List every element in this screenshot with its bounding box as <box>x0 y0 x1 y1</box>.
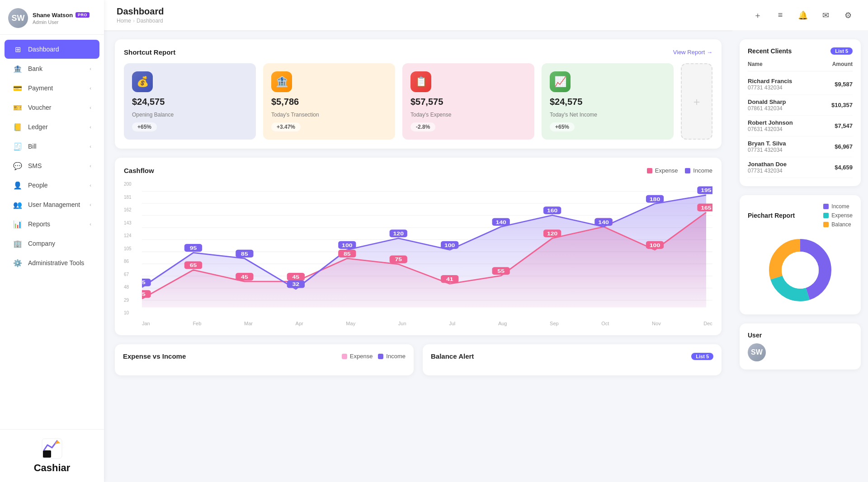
x-axis-label: Jun <box>398 321 406 326</box>
svg-text:85: 85 <box>344 251 351 257</box>
x-axis-label: Feb <box>193 321 201 326</box>
todays-net-income-badge: +65% <box>550 122 575 131</box>
svg-text:100: 100 <box>342 243 352 248</box>
nav-label-ledger: Ledger <box>28 123 90 131</box>
pro-badge: PRO <box>75 12 90 18</box>
recent-clients-card: Recent Clients List 5 Name Amount Richar… <box>740 39 861 186</box>
chevron-icon-people: ‹ <box>90 183 91 188</box>
svg-text:75: 75 <box>395 257 402 262</box>
svg-text:41: 41 <box>446 276 453 282</box>
header-actions: ＋ ≡ 🔔 ✉ ⚙ <box>750 8 855 23</box>
evi-legend-expense: Expense <box>342 353 373 360</box>
piechart-header: Piechart Report IncomeExpenseBalance <box>748 203 853 228</box>
menu-icon[interactable]: ≡ <box>773 8 788 23</box>
sidebar-item-dashboard[interactable]: ⊞ Dashboard <box>5 40 99 59</box>
user-avatar: SW <box>748 343 766 361</box>
client-name: Richard Francis07731 432034 <box>748 78 792 91</box>
todays-expense-amount: $57,575 <box>410 97 526 107</box>
add-card-icon: ＋ <box>691 94 702 109</box>
sidebar-item-ledger[interactable]: 📒 Ledger ‹ <box>5 117 99 136</box>
y-axis-label: 143 <box>124 220 132 225</box>
opening-balance-badge: +65% <box>132 122 157 131</box>
balance-alert-badge: List 5 <box>691 353 713 360</box>
opening-balance-icon: 💰 <box>132 71 153 92</box>
expense-vs-income-card: Expense vs Income ExpenseIncome <box>115 344 414 375</box>
x-axis-label: Sep <box>550 321 559 326</box>
pc-dot-balance <box>823 222 829 227</box>
svg-point-65 <box>782 252 819 289</box>
balance-alert-card: Balance Alert List 5 <box>423 344 722 375</box>
chevron-icon-ledger: ‹ <box>90 124 91 130</box>
todays-transaction-amount: $5,786 <box>271 97 387 107</box>
nav-icon-user-management: 👥 <box>13 200 23 210</box>
x-axis-label: Apr <box>296 321 303 326</box>
legend-dot-income <box>685 168 690 173</box>
shortcut-card-todays-net-income: 📈 $24,575 Today's Net Income +65% <box>542 63 674 140</box>
svg-text:55: 55 <box>497 269 505 274</box>
svg-text:32: 32 <box>292 282 300 287</box>
cashflow-card: Cashflow ExpenseIncome 20018116214312410… <box>115 158 722 335</box>
client-name: Robert Johnson07631 432034 <box>748 119 793 132</box>
x-axis-label: Oct <box>601 321 609 326</box>
mail-icon[interactable]: ✉ <box>818 8 833 23</box>
svg-text:100: 100 <box>444 243 455 248</box>
client-row: Bryan T. Silva07731 432034 $6,967 <box>748 136 853 157</box>
user-title: User <box>748 332 853 339</box>
view-report-link[interactable]: View Report → <box>673 49 712 56</box>
user-profile: SW Shane Watson PRO Admin User <box>0 0 104 35</box>
nav-label-voucher: Voucher <box>28 104 90 111</box>
evi-legend-income: Income <box>378 353 406 360</box>
donut-svg <box>764 234 836 306</box>
sidebar-item-reports[interactable]: 📊 Reports ‹ <box>5 215 99 234</box>
svg-text:65: 65 <box>190 263 197 268</box>
todays-net-income-icon: 📈 <box>550 71 571 92</box>
piechart-title: Piechart Report <box>748 212 795 219</box>
notification-icon[interactable]: 🔔 <box>796 8 810 23</box>
sidebar-nav: ⊞ Dashboard 🏦 Bank ‹ 💳 Payment ‹ 🎫 Vouch… <box>0 35 104 429</box>
pc-dot-income <box>823 204 829 209</box>
sidebar-item-voucher[interactable]: 🎫 Voucher ‹ <box>5 98 99 117</box>
sidebar: SW Shane Watson PRO Admin User ⊞ Dashboa… <box>0 0 104 482</box>
header: Dashboard Home › Dashboard ＋ ≡ 🔔 ✉ ⚙ <box>104 0 868 30</box>
x-axis-label: Jan <box>142 321 150 326</box>
add-icon[interactable]: ＋ <box>750 8 765 23</box>
breadcrumb-home[interactable]: Home <box>117 18 131 24</box>
sidebar-item-company[interactable]: 🏢 Company <box>5 234 99 253</box>
shortcut-card-opening-balance: 💰 $24,575 Opening Balance +65% <box>124 63 256 140</box>
sidebar-item-administrative-tools[interactable]: ⚙️ Administrative Tools <box>5 253 99 272</box>
todays-net-income-label: Today's Net Income <box>550 112 665 118</box>
cashflow-header: Cashflow ExpenseIncome <box>124 167 712 174</box>
bottom-row: Expense vs Income ExpenseIncome Balance … <box>115 344 722 375</box>
svg-text:35: 35 <box>138 280 146 285</box>
sidebar-item-payment[interactable]: 💳 Payment ‹ <box>5 79 99 98</box>
legend-dot-expense <box>647 168 652 173</box>
main-area: Dashboard Home › Dashboard ＋ ≡ 🔔 ✉ ⚙ Sho… <box>104 0 868 482</box>
sidebar-item-sms[interactable]: 💬 SMS ‹ <box>5 156 99 175</box>
donut-chart <box>748 234 853 306</box>
pc-dot-expense <box>823 213 829 218</box>
sidebar-item-bank[interactable]: 🏦 Bank ‹ <box>5 59 99 78</box>
svg-text:45: 45 <box>292 274 300 280</box>
sidebar-item-user-management[interactable]: 👥 User Management ‹ <box>5 195 99 214</box>
breadcrumb-separator: › <box>133 18 135 24</box>
profile-info: Shane Watson PRO Admin User <box>33 12 90 25</box>
cashflow-legend: ExpenseIncome <box>647 167 712 174</box>
sidebar-item-people[interactable]: 👤 People ‹ <box>5 176 99 195</box>
client-name: Jonathan Doe07731 432034 <box>748 161 787 174</box>
profile-role: Admin User <box>33 19 90 25</box>
chevron-icon-user-management: ‹ <box>90 202 91 207</box>
x-axis-label: Jul <box>449 321 455 326</box>
todays-transaction-label: Today's Transection <box>271 112 387 118</box>
expense-vs-income-title: Expense vs Income <box>123 352 186 360</box>
shortcut-card-todays-transaction: 🏦 $5,786 Today's Transection +3.47% <box>263 63 395 140</box>
svg-text:95: 95 <box>190 246 197 251</box>
client-row: Richard Francis07731 432034 $9,587 <box>748 74 853 95</box>
opening-balance-amount: $24,575 <box>132 97 248 107</box>
settings-icon[interactable]: ⚙ <box>841 8 855 23</box>
recent-clients-badge: List 5 <box>830 47 853 55</box>
y-axis-label: 200 <box>124 182 132 187</box>
svg-text:85: 85 <box>241 251 248 257</box>
cashflow-chart: 2001811621431241058667482910 <box>124 182 712 326</box>
shortcut-card-add[interactable]: ＋ <box>681 63 712 140</box>
sidebar-item-bill[interactable]: 🧾 Bill ‹ <box>5 137 99 156</box>
